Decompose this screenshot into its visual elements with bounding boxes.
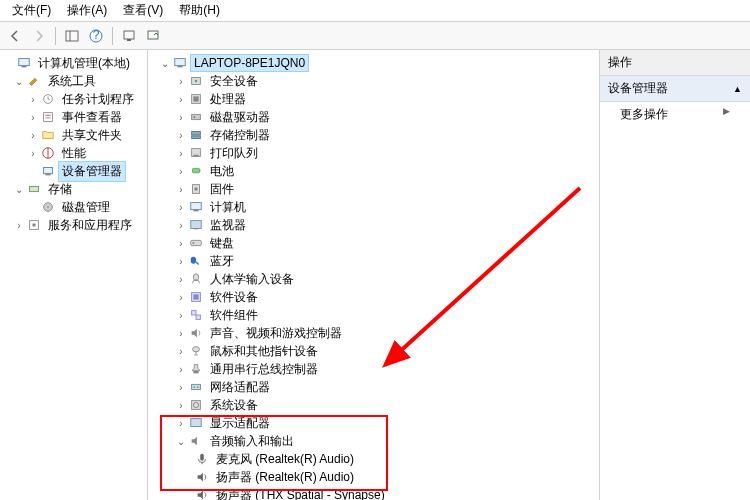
chevron-right-icon[interactable]: › [174,184,188,195]
chevron-right-icon[interactable]: › [174,274,188,285]
chevron-down-icon[interactable]: ⌄ [12,76,26,87]
node-device-manager[interactable]: 设备管理器 [2,162,145,180]
device-category[interactable]: ›磁盘驱动器 [150,108,597,126]
menu-view[interactable]: 查看(V) [115,0,171,21]
chevron-right-icon[interactable]: › [174,310,188,321]
device-category[interactable]: ›固件 [150,180,597,198]
svg-rect-57 [191,419,202,427]
label: 处理器 [207,90,249,109]
chevron-right-icon[interactable]: › [174,382,188,393]
chevron-down-icon[interactable]: ⌄ [158,58,172,69]
menu-action[interactable]: 操作(A) [59,0,115,21]
chevron-right-icon[interactable]: › [174,238,188,249]
label: 系统设备 [207,396,261,415]
chevron-right-icon[interactable]: › [174,130,188,141]
perf-icon [40,145,56,161]
chevron-right-icon[interactable]: › [26,112,40,123]
device-category[interactable]: ›网络适配器 [150,378,597,396]
node-systools[interactable]: ⌄系统工具 [2,72,145,90]
svg-rect-52 [192,384,201,389]
chevron-right-icon[interactable]: › [174,292,188,303]
chevron-right-icon[interactable]: › [174,112,188,123]
chevron-right-icon[interactable]: › [174,76,188,87]
chevron-right-icon[interactable]: › [174,166,188,177]
chevron-down-icon[interactable]: ⌄ [12,184,26,195]
computer-icon [172,55,188,71]
help-button[interactable]: ? [85,25,107,47]
svg-rect-0 [66,31,78,41]
device-category[interactable]: ›处理器 [150,90,597,108]
chevron-right-icon[interactable]: › [174,202,188,213]
node-computer-mgmt[interactable]: 计算机管理(本地) [2,54,145,72]
svg-rect-7 [19,59,30,66]
chevron-right-icon[interactable]: › [174,346,188,357]
chevron-right-icon[interactable]: › [12,220,26,231]
node-services[interactable]: ›服务和应用程序 [2,216,145,234]
chevron-right-icon[interactable]: › [174,94,188,105]
chevron-right-icon[interactable]: › [174,148,188,159]
refresh-button[interactable] [142,25,164,47]
chevron-right-icon[interactable]: › [26,148,40,159]
device-category[interactable]: ›鼠标和其他指针设备 [150,342,597,360]
label: 计算机管理(本地) [35,54,133,73]
chevron-right-icon[interactable]: › [174,364,188,375]
chevron-right-icon[interactable]: › [174,400,188,411]
device-category[interactable]: ›电池 [150,162,597,180]
chevron-down-icon[interactable]: ⌄ [174,436,188,447]
tools-icon [26,73,42,89]
node-task-scheduler[interactable]: ›任务计划程序 [2,90,145,108]
device-category[interactable]: ›计算机 [150,198,597,216]
device-category[interactable]: ›监视器 [150,216,597,234]
back-button[interactable] [4,25,26,47]
label: 任务计划程序 [59,90,137,109]
device-category[interactable]: ›软件设备 [150,288,597,306]
device-category[interactable]: ›安全设备 [150,72,597,90]
actions-group[interactable]: 设备管理器▲ [600,76,750,102]
chevron-right-icon[interactable]: › [26,130,40,141]
device-category[interactable]: ›声音、视频和游戏控制器 [150,324,597,342]
scan-button[interactable] [118,25,140,47]
device-category[interactable]: ›打印队列 [150,144,597,162]
node-speaker-realtek[interactable]: 扬声器 (Realtek(R) Audio) [150,468,597,486]
device-category[interactable]: ›通用串行总线控制器 [150,360,597,378]
svg-rect-39 [193,210,198,212]
menu-file[interactable]: 文件(F) [4,0,59,21]
device-category[interactable]: ›软件组件 [150,306,597,324]
forward-button[interactable] [28,25,50,47]
chevron-right-icon[interactable]: › [26,94,40,105]
node-shared-folders[interactable]: ›共享文件夹 [2,126,145,144]
label: 更多操作 [620,107,668,121]
menu-help[interactable]: 帮助(H) [171,0,228,21]
node-computer[interactable]: ⌄LAPTOP-8PE1JQN0 [150,54,597,72]
node-storage[interactable]: ⌄存储 [2,180,145,198]
node-event-viewer[interactable]: ›事件查看器 [2,108,145,126]
label: 电池 [207,162,237,181]
device-category[interactable]: ›蓝牙 [150,252,597,270]
chevron-right-icon[interactable]: › [174,256,188,267]
device-category[interactable]: ›系统设备 [150,396,597,414]
device-category[interactable]: ›键盘 [150,234,597,252]
label: 通用串行总线控制器 [207,360,321,379]
node-audio[interactable]: ⌄音频输入和输出 [150,432,597,450]
node-microphone[interactable]: 麦克风 (Realtek(R) Audio) [150,450,597,468]
more-actions[interactable]: 更多操作▶ [600,102,750,127]
device-icon [188,307,204,323]
device-icon [188,325,204,341]
node-speaker-thx[interactable]: 扬声器 (THX Spatial - Synapse) [150,486,597,500]
device-category[interactable]: ›存储控制器 [150,126,597,144]
show-hide-button[interactable] [61,25,83,47]
chevron-right-icon[interactable]: › [174,220,188,231]
node-disk-mgmt[interactable]: 磁盘管理 [2,198,145,216]
device-icon [188,379,204,395]
device-icon [188,415,204,431]
chevron-right-icon[interactable]: › [174,328,188,339]
device-category[interactable]: ›人体学输入设备 [150,270,597,288]
device-tree: ⌄LAPTOP-8PE1JQN0 ›安全设备›处理器›磁盘驱动器›存储控制器›打… [148,50,599,500]
label: 服务和应用程序 [45,216,135,235]
chevron-right-icon[interactable]: › [174,418,188,429]
node-performance[interactable]: ›性能 [2,144,145,162]
svg-point-19 [47,206,49,208]
device-category[interactable]: ›显示适配器 [150,414,597,432]
svg-rect-30 [192,132,201,136]
label: 音频输入和输出 [207,432,297,451]
